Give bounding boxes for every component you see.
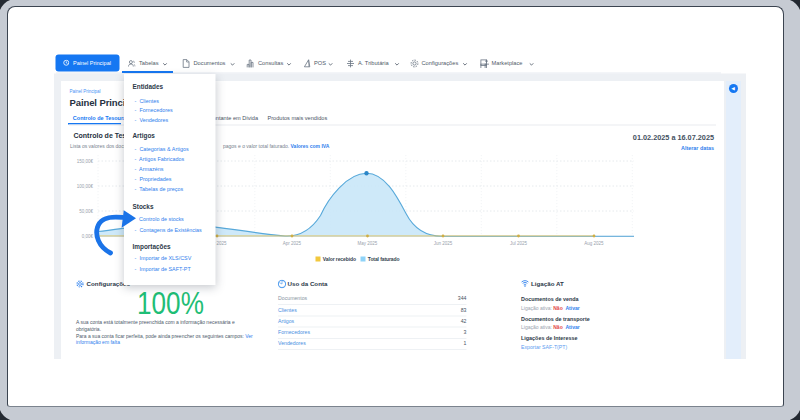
svg-text:Aug 2025: Aug 2025 xyxy=(584,241,604,246)
svg-text:Jul 2025: Jul 2025 xyxy=(510,241,528,246)
svg-text:Jun 2025: Jun 2025 xyxy=(434,241,453,246)
svg-text:150,00€: 150,00€ xyxy=(77,159,94,164)
svg-text:May 2025: May 2025 xyxy=(358,241,378,246)
svg-text:100,00€: 100,00€ xyxy=(77,184,94,189)
svg-text:Apr 2025: Apr 2025 xyxy=(283,241,302,246)
